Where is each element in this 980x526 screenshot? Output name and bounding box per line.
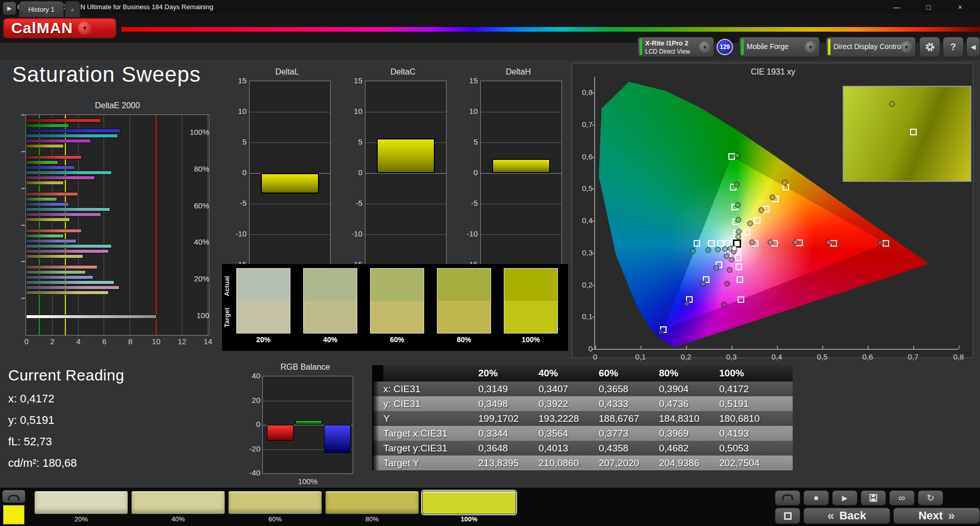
table-cell: 202,7504 [719,456,779,470]
table-cell: 199,1702 [478,411,538,426]
table-cell: 204,9386 [659,456,719,470]
pattern-button-20%[interactable] [34,491,128,514]
deltal-chart: DeltaL 100% 151050-5-10-15 [230,67,334,292]
cie-measured-marker [734,182,740,187]
next-chevron-icon: » [948,509,954,523]
delta-y-tick-label: 10 [460,107,478,115]
current-reading-value: y: 0,5191 [8,414,125,427]
pattern-button-100%[interactable] [422,491,516,514]
rgb-plot-area [262,376,353,474]
measurement-table: 20%40%60%80%100%x: CIE310,31490,34070,36… [372,365,793,470]
cie-measured-marker [724,253,729,259]
cie-measured-marker [724,281,730,286]
play-button[interactable]: ▶ [832,490,857,506]
pattern-button-40%[interactable] [131,491,225,514]
table-column-header: 100% [719,365,779,381]
swatch-20% [236,268,290,333]
delta-y-tick-label: 0 [460,168,478,177]
cie-measured-marker [747,221,753,226]
table-cell: 0,3648 [478,441,538,456]
deltae-bar [26,218,70,222]
minimize-button[interactable]: — [885,0,909,14]
target-row-label: Target [223,303,231,332]
back-button[interactable]: « Back [803,508,890,524]
delta-y-tick-label: 5 [345,137,362,146]
table-row-label: x: CIE31 [372,381,478,396]
deltae-bar [26,229,82,233]
delta-y-tick-label: 5 [229,137,247,146]
tab-expand-button[interactable]: ▶ [3,2,16,15]
pattern-button-label: 40% [131,515,225,523]
table-cell: 0,4358 [599,441,659,456]
collapse-panel-button[interactable]: ◀ [966,37,980,57]
pattern-button-label: 60% [228,515,322,523]
close-button[interactable]: × [948,0,972,14]
deltae-bar [26,176,95,180]
source-dropdown[interactable]: Mobile Forge ▼ [739,37,820,57]
delta-y-tick-label: -10 [460,229,478,238]
table-row: y: CIE310,34980,39220,43330,47360,5191 [372,396,793,411]
chevron-down-icon[interactable]: ▼ [901,41,912,53]
pattern-popup-button[interactable] [775,490,800,506]
cie-target-marker [694,240,700,247]
deltae-x-tick-label: 4 [74,337,84,346]
settings-button[interactable] [919,37,940,57]
cie-target-marker [728,153,735,160]
table-row: x: CIE310,31490,34070,36580,39040,4172 [372,381,793,396]
cie-x-tick-label: 0,6 [857,352,878,361]
target-swatch [371,301,424,333]
rgb-balance-chart: RGB Balance 100% 40200-20-40 [213,363,361,486]
calman-logo-text: CalMAN [11,19,73,37]
cie-target-marker [754,217,761,224]
repeat-button[interactable]: ↻ [918,490,943,506]
fullscreen-pattern-button[interactable] [775,508,800,524]
swatch-label: 100% [504,336,558,344]
cie-y-tick-label: 0 [576,344,593,353]
deltae-bar [26,291,109,295]
pattern-window-button[interactable] [2,490,26,503]
target-swatch [237,301,290,333]
stop-button[interactable]: ■ [803,490,829,506]
table-cell: 0,3498 [478,396,538,411]
cie-x-tick-label: 0,8 [948,352,969,361]
cie-target-marker [883,240,889,247]
table-cell: 180,6810 [719,411,779,426]
cie-x-tick [686,346,687,349]
current-patch-swatch[interactable] [3,505,24,524]
deltae-x-tick-label: 2 [47,337,58,346]
help-button[interactable]: ? [943,37,964,57]
deltac-chart: DeltaC 100% 151050-5-10-15 [346,67,450,292]
deltac-bar [377,138,435,173]
delta-y-tick-label: -5 [229,199,247,207]
delta-y-tick-label: 15 [229,76,247,85]
table-cell: 184,8310 [659,411,719,426]
next-button[interactable]: Next » [893,508,980,524]
chevron-down-icon[interactable]: ▼ [805,41,816,53]
display-control-name: Direct Display Control [834,42,902,51]
pattern-button-60%[interactable] [228,491,322,514]
display-control-dropdown[interactable]: Direct Display Control ▼ [826,37,916,57]
deltae-group-label: 20% [189,274,209,283]
save-button[interactable] [861,490,886,506]
pattern-preview-cluster [2,490,27,524]
add-tab-button[interactable]: + [65,1,80,17]
calman-menu-button[interactable]: CalMAN ▼ [3,18,116,38]
display-control-status-bar [828,39,830,55]
source-status-bar [741,39,744,55]
meter-count-badge[interactable]: 129 [717,39,733,55]
cie-measured-marker [736,234,741,240]
delta-y-tick-label: 15 [345,76,362,85]
continuous-read-button[interactable]: ∞ [889,490,915,506]
tab-history-1[interactable]: History 1 [19,1,64,17]
chevron-down-icon[interactable]: ▼ [699,41,710,53]
deltae-bar [26,171,112,175]
meter-dropdown[interactable]: X-Rite i1Pro 2 LCD Direct View ▼ [638,37,714,57]
pattern-button-80%[interactable] [325,491,419,514]
table-column-header: 20% [478,365,538,381]
maximize-button[interactable]: □ [917,0,940,14]
cie-measured-marker [722,246,728,252]
current-reading-value: fL: 52,73 [8,435,125,448]
table-cell: 0,3149 [478,381,538,396]
deltae-2000-chart: DeltaE 2000 100%80%60%40%20%100 02468101… [3,100,211,358]
cie-measured-marker [782,180,788,185]
